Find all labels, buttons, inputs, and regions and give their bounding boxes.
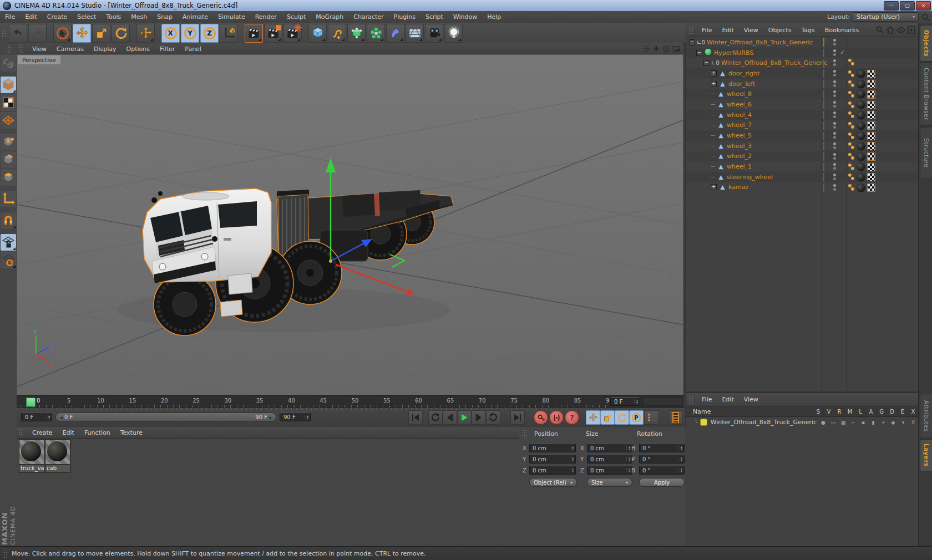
visibility-dot-icon[interactable] xyxy=(823,49,824,57)
visibility-dot-icon[interactable] xyxy=(823,142,824,150)
coord-value-field[interactable]: 0 cm▴▾ xyxy=(529,455,576,464)
size-mode-dropdown[interactable]: Size▾ xyxy=(587,478,632,487)
model-mode-button[interactable] xyxy=(1,77,16,93)
object-manager-menu-objects[interactable]: Objects xyxy=(763,24,797,36)
object-tree-row[interactable]: ▲steering_wheel xyxy=(686,172,918,182)
material-tag-icon[interactable] xyxy=(857,131,865,140)
axis-mode-button[interactable] xyxy=(1,191,16,207)
layer-toggle-d-icon[interactable]: ◆ xyxy=(888,420,898,425)
object-tree-row[interactable]: +▲door_left xyxy=(686,79,918,89)
coord-value-field[interactable]: 0 °▴▾ xyxy=(639,466,685,475)
layer-toggle-x-icon[interactable]: X xyxy=(908,420,918,425)
perspective-viewport[interactable]: Y Z X xyxy=(17,54,683,395)
coord-value-field[interactable]: 0 cm▴▾ xyxy=(587,444,632,452)
key-parameter-button[interactable]: P xyxy=(629,410,644,425)
phong-tag-icon[interactable] xyxy=(848,111,855,119)
record-keyframe-button[interactable] xyxy=(534,410,548,425)
layer-toggle-g-icon[interactable]: + xyxy=(878,420,888,425)
object-tree-row[interactable]: ▲wheel_3 xyxy=(686,141,918,151)
object-name[interactable]: wheel_7 xyxy=(727,121,752,129)
visibility-dot-icon[interactable] xyxy=(823,152,824,161)
uvw-tag-icon[interactable] xyxy=(867,163,875,171)
coord-value-field[interactable]: 0 °▴▾ xyxy=(639,444,685,452)
add-spline-button[interactable] xyxy=(328,24,346,43)
phong-tag-icon[interactable] xyxy=(848,101,855,109)
key-scale-button[interactable] xyxy=(600,410,615,425)
material-preview-sphere[interactable] xyxy=(19,439,44,465)
editor-render-dots-icon[interactable] xyxy=(833,59,836,66)
object-tree-row[interactable]: −∟0Winter_Offroad_8x8_Truck_Generic xyxy=(686,37,918,48)
visibility-dot-icon[interactable] xyxy=(823,132,824,140)
object-tree-row[interactable]: ▲wheel_4 xyxy=(686,110,918,120)
object-manager-menu-bookmarks[interactable]: Bookmarks xyxy=(820,24,864,36)
material-name[interactable]: cab xyxy=(45,465,70,473)
layer-color-swatch[interactable] xyxy=(700,419,707,426)
last-used-tool[interactable] xyxy=(136,24,155,43)
phong-tag-icon[interactable] xyxy=(848,80,855,88)
object-manager-menu-file[interactable]: File xyxy=(697,24,717,36)
viewport-label[interactable]: Perspective xyxy=(18,55,60,64)
editor-render-dots-icon[interactable] xyxy=(833,111,836,118)
panel-tab-layers[interactable]: Layers xyxy=(920,439,932,471)
viewport-rotate-icon[interactable] xyxy=(661,44,671,53)
phong-tag-icon[interactable] xyxy=(848,133,855,140)
layout-dropdown[interactable]: Startup (User)▾ xyxy=(853,12,919,22)
coord-value-field[interactable]: 0 °▴▾ xyxy=(639,455,685,464)
material-menu-edit[interactable]: Edit xyxy=(58,427,79,439)
uvw-tag-icon[interactable] xyxy=(867,184,875,192)
title-bar[interactable]: CINEMA 4D R14.014 Studio - [Winter_Offro… xyxy=(0,0,932,12)
visibility-dot-icon[interactable] xyxy=(823,80,824,88)
object-tree-row[interactable]: −∟0Winter_Offroad_8x8_Truck_Generic xyxy=(686,58,918,68)
collapse-icon[interactable]: − xyxy=(689,39,695,45)
editor-render-dots-icon[interactable] xyxy=(833,39,836,45)
menu-mograph[interactable]: MoGraph xyxy=(311,11,348,23)
end-frame-spinner[interactable]: 90 F▴▾ xyxy=(280,413,311,421)
lock-z-axis-button[interactable]: Z xyxy=(200,24,219,43)
workplane-button[interactable] xyxy=(1,252,16,268)
phong-tag-icon[interactable] xyxy=(848,70,855,78)
viewport-menu-filter[interactable]: Filter xyxy=(155,43,180,55)
object-name[interactable]: wheel_2 xyxy=(727,152,752,160)
viewport-menu-panel[interactable]: Panel xyxy=(180,43,206,55)
minimize-button[interactable]: — xyxy=(884,1,899,11)
uvw-tag-icon[interactable] xyxy=(867,80,875,88)
editor-render-dots-icon[interactable] xyxy=(833,122,836,129)
layer-manager-drag-handle[interactable] xyxy=(688,396,693,404)
viewport-menu-display[interactable]: Display xyxy=(89,43,121,55)
uvw-tag-icon[interactable] xyxy=(867,173,875,181)
editor-render-dots-icon[interactable] xyxy=(833,174,836,180)
phong-tag-icon[interactable] xyxy=(848,142,855,150)
visibility-dot-icon[interactable] xyxy=(823,111,824,119)
phong-tag-icon[interactable] xyxy=(848,59,855,66)
editor-render-dots-icon[interactable] xyxy=(833,70,836,77)
panel-tab-attributes[interactable]: Attributes xyxy=(920,394,932,438)
object-name[interactable]: wheel_5 xyxy=(727,132,752,139)
viewport-pan-icon[interactable] xyxy=(641,44,651,53)
uvw-tag-icon[interactable] xyxy=(867,142,875,150)
coord-value-field[interactable]: 0 cm▴▾ xyxy=(587,466,632,475)
visibility-dot-icon[interactable] xyxy=(823,173,824,181)
goto-end-button[interactable] xyxy=(510,410,525,425)
play-button[interactable] xyxy=(457,410,472,425)
editor-render-dots-icon[interactable] xyxy=(833,163,836,170)
expand-icon[interactable]: + xyxy=(711,81,717,87)
add-hypernurbs-button[interactable] xyxy=(347,24,366,43)
timeline-ruler[interactable]: 0 51015202530354045505560657075808590 0 … xyxy=(17,395,683,408)
render-settings-button[interactable] xyxy=(283,24,302,43)
object-tree-row[interactable]: ▲wheel_7 xyxy=(686,120,918,131)
menu-render[interactable]: Render xyxy=(250,11,282,23)
object-name[interactable]: Winter_Offroad_8x8_Truck_Generic xyxy=(721,59,827,67)
enabled-check-icon[interactable]: ✓ xyxy=(840,49,845,56)
spinner-icon[interactable]: ▴▾ xyxy=(634,399,640,404)
workplane-mode-button[interactable] xyxy=(1,112,16,129)
texture-mode-button[interactable] xyxy=(1,94,16,111)
material-item[interactable]: cab xyxy=(45,439,70,473)
coordinate-system-button[interactable] xyxy=(220,24,238,43)
spinner-icon[interactable]: ▴▾ xyxy=(570,457,575,461)
collapse-icon[interactable]: − xyxy=(703,60,710,66)
coordinates-drag-handle[interactable] xyxy=(522,430,527,437)
object-name[interactable]: wheel_3 xyxy=(727,142,752,150)
move-tool[interactable] xyxy=(73,24,91,43)
uvw-tag-icon[interactable] xyxy=(867,90,875,99)
material-tag-icon[interactable] xyxy=(857,100,865,109)
